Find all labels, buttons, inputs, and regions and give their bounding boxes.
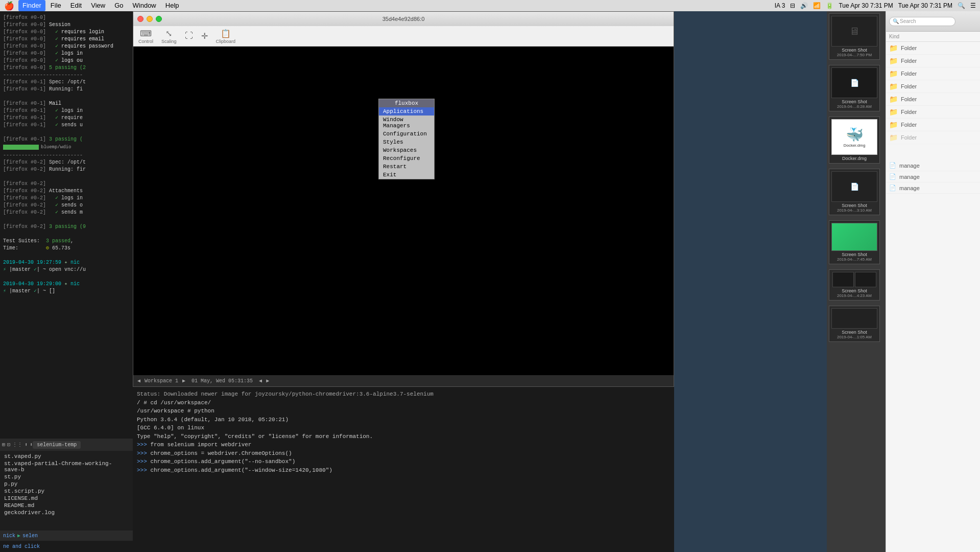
menubar-view[interactable]: View [87,0,109,11]
finder-row-2[interactable]: 📁 Folder [886,55,980,67]
finder-row-3[interactable]: 📁 Folder [886,67,980,80]
bottom-terminal: Status: Downloaded newer image for joyzo… [133,387,674,552]
menubar-icon1[interactable]: ⊟ [790,2,795,9]
menubar-file[interactable]: File [46,0,65,11]
terminal-output: [firefox #0-0] [firefox #0-0] Session [f… [0,11,133,298]
toolbar-extra[interactable]: ✛ [201,31,208,41]
term-line: Status: Downloaded newer image for joyzo… [137,390,670,399]
toolbar-scaling-label: Scaling [161,39,177,44]
menubar-sound[interactable]: 🔊 [800,2,808,9]
finder-kind-header: Kind [889,34,899,39]
toolbar-clipboard[interactable]: 📋 Clipboard [216,29,236,44]
file-item[interactable]: LICENSE.md [4,495,129,502]
finder-row-4[interactable]: 📁 Folder [886,80,980,93]
control-icon: ⌨ [140,29,152,38]
term-line: / # cd /usr/workspace/ [137,399,670,407]
term-timestamp2: 2019-04-30 19:29:00 ✦ nic [3,281,130,288]
term-test-suites: Test Suites: 3 passed, [3,238,130,245]
menubar-battery[interactable]: 🔋 [826,2,833,9]
term-line: [firefox #0-2] Attachments [3,188,130,195]
vnc-canvas[interactable]: fluxbox Applications Window Managers Con… [133,47,674,375]
vnc-title: 35d4e4e92d86:0 [383,16,425,22]
workspace-arrow-left[interactable]: ◀ [259,378,262,384]
fluxbox-menu-workspaces[interactable]: Workspaces [379,146,434,154]
fluxbox-menu-configuration[interactable]: Configuration [379,130,434,138]
apple-menu[interactable]: 🍎 [4,1,14,11]
finder-row-1[interactable]: 📁 Folder [886,42,980,55]
thumbnail-item-4[interactable]: Screen Shot 2019-04-...7:45 AM [827,218,886,267]
tab-icon3[interactable]: ⋮⋮ [12,442,22,448]
fluxbox-menu-window-managers[interactable]: Window Managers [379,116,434,130]
term-line: [firefox #0-0] [3,14,130,21]
workspace-prev[interactable]: ◀ [137,378,140,384]
menubar-wifi[interactable]: 📶 [813,2,821,9]
file-item[interactable]: p.py [4,480,129,488]
file-item[interactable]: st.vaped-partial-Chrome-working-save-b [4,460,129,473]
tab-icon1[interactable]: ⊞ [2,442,5,448]
thumbnail-item-1[interactable]: 🖥 Screen Shot 2019-04-...7:50 PM [827,11,886,63]
finder-row-5[interactable]: 📁 Folder [886,93,980,106]
workspace-next[interactable]: ▶ [182,378,185,384]
finder-row-manage2[interactable]: 📄 manage [886,171,980,182]
finder-row-manage3[interactable]: 📄 manage [886,182,980,194]
close-button[interactable] [137,16,144,22]
thumbnail-item-6[interactable]: Screen Shot 2019-04-...1:05 AM [827,304,886,345]
workspace-arrow-right[interactable]: ▶ [266,378,269,384]
term-line: [firefox #0-1] ✓ require [3,114,130,122]
folder-label-2: Folder [901,58,917,64]
file-item[interactable]: geckodriver.log [4,509,129,516]
term-line: [firefox #0-0] ✓ logs ou [3,57,130,64]
file-item[interactable]: st.vaped.py [4,453,129,460]
thumb-label-5a: Screen Shot [842,288,867,293]
fluxbox-menu-restart[interactable]: Restart [379,163,434,171]
finder-toolbar: 🔍 Search [886,11,980,32]
toolbar-fullscreen[interactable]: ⛶ [185,31,193,41]
menubar-edit[interactable]: Edit [66,0,86,11]
fluxbox-menu-exit[interactable]: Exit [379,171,434,179]
tab-icon4[interactable]: ⬆ [25,442,28,448]
menubar-finder[interactable]: Finder [18,0,45,11]
menubar-username: Tue Apr 30 7:31 PM [898,2,952,9]
thumb-image-2: 📄 [831,67,877,98]
fluxbox-menu-reconfigure[interactable]: Reconfigure [379,154,434,163]
menubar-datetime: Tue Apr 30 7:31 PM [839,2,893,9]
tab-icon2[interactable]: ⊡ [7,442,10,448]
maximize-button[interactable] [156,16,162,22]
fluxbox-menu-styles[interactable]: Styles [379,138,434,146]
terminal-tab[interactable]: selenium-temp [33,441,81,449]
menubar-grid-icon[interactable]: ☰ [970,2,976,9]
folder-icon: 📁 [889,70,898,78]
thumbnail-item-3[interactable]: 📄 Screen Shot 2019-04-...3:10 AM [827,167,886,218]
workspace-label: Workspace 1 [145,378,178,384]
vnc-datetime: 01 May, Wed 05:31:35 [192,378,253,384]
menubar-go[interactable]: Go [110,0,127,11]
thumbnail-item-5[interactable]: Screen Shot 2019-04-...4:23 AM [827,267,886,304]
file-item[interactable]: README.md [4,502,129,509]
file-item[interactable]: st.script.py [4,488,129,495]
thumbnail-item-2[interactable]: 📄 Screen Shot 2019-04-...6:28 AM [827,63,886,114]
term-line: [firefox #0-0] ✓ requires password [3,43,130,50]
thumbnail-preview-1: 🖥 Screen Shot 2019-04-...7:50 PM [829,13,880,60]
file-item[interactable]: st.py [4,473,129,480]
term-line: >>> chrome_options.add_argument("--no-sa… [137,457,670,466]
finder-search-box[interactable]: 🔍 Search [889,17,955,26]
toolbar-control[interactable]: ⌨ Control [138,29,153,44]
thumbnail-item-docker[interactable]: 🐳 Docker.dmg Docker.dmg [827,114,886,167]
finder-row-7[interactable]: 📁 Folder [886,119,980,131]
finder-row-6[interactable]: 📁 Folder [886,106,980,119]
finder-manage-label1: manage [899,163,920,169]
green-screenshot-thumb [831,223,877,251]
thumb-label-docker: Docker.dmg [842,156,867,161]
menubar-help[interactable]: Help [161,0,183,11]
term-line: >>> chrome_options.add_argument("--windo… [137,466,670,475]
minimize-button[interactable] [147,16,153,22]
toolbar-scaling[interactable]: ⤡ Scaling [161,29,177,44]
fluxbox-menu-applications[interactable]: Applications [379,107,434,116]
bottom-terminal-output: Status: Downloaded newer image for joyzo… [133,387,674,477]
thumb-label-3: Screen Shot [842,203,867,208]
finder-row-manage1[interactable]: 📄 manage [886,160,980,171]
menubar-window[interactable]: Window [129,0,160,11]
finder-row-partial[interactable]: 📁 Folder [886,131,980,144]
thumb-date-5a: 2019-04-...4:23 AM [837,293,872,298]
menubar-search-icon[interactable]: 🔍 [958,2,965,9]
